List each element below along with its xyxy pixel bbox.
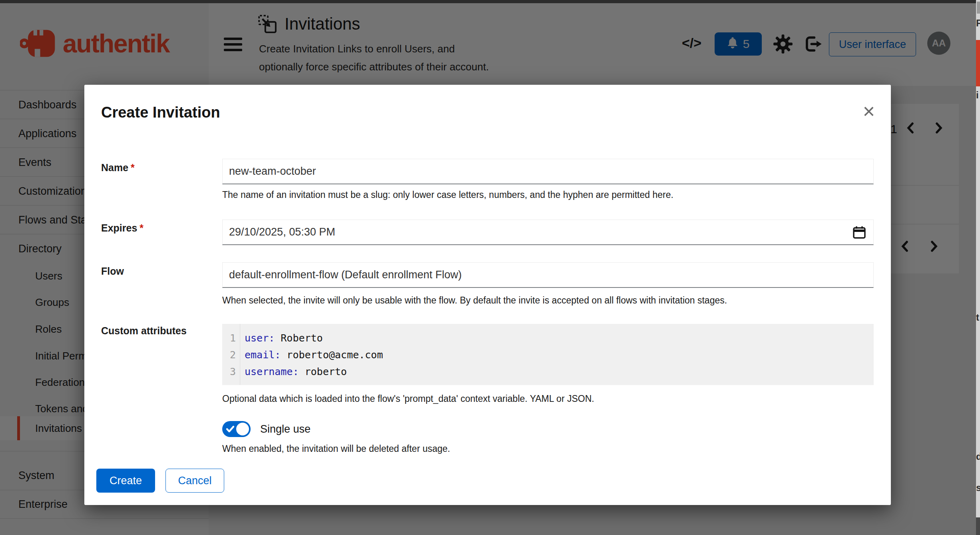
code-line: 1 user: Roberto	[222, 329, 874, 346]
create-button[interactable]: Create	[96, 469, 155, 493]
edge-dark-fragment	[976, 517, 980, 535]
required-asterisk: *	[139, 222, 143, 234]
name-helper-text: The name of an invitation must be a slug…	[222, 190, 673, 200]
cancel-button[interactable]: Cancel	[165, 469, 224, 493]
toggle-knob	[236, 423, 249, 435]
name-input[interactable]	[222, 159, 874, 184]
custom-attributes-code-editor[interactable]: 1 user: Roberto 2 email: roberto@acme.co…	[222, 324, 874, 385]
check-icon	[226, 425, 234, 434]
single-use-label: Single use	[260, 423, 311, 435]
flow-helper-text: When selected, the invite will only be u…	[222, 295, 727, 306]
page-right-edge-strip: F i t d s	[976, 0, 980, 535]
edge-fragment	[977, 2, 980, 14]
expires-label: Expires*	[101, 222, 143, 234]
edge-red-fragment	[976, 40, 980, 86]
custom-attributes-label: Custom attributes	[101, 325, 187, 337]
single-use-helper-text: When enabled, the invitation will be del…	[222, 443, 450, 454]
custom-attributes-helper-text: Optional data which is loaded into the f…	[222, 393, 594, 404]
flow-label: Flow	[101, 266, 124, 277]
create-invitation-modal: Create Invitation × Name* The name of an…	[84, 85, 891, 505]
name-label: Name*	[101, 162, 135, 174]
expires-input[interactable]	[222, 220, 874, 245]
close-icon[interactable]: ×	[863, 101, 875, 122]
app-window: authentik Dashboards Applications Events…	[0, 0, 980, 535]
required-asterisk: *	[131, 162, 135, 173]
flow-select-input[interactable]	[222, 262, 874, 288]
code-line: 3 username: roberto	[222, 363, 874, 380]
code-line: 2 email: roberto@acme.com	[222, 346, 874, 363]
single-use-toggle[interactable]	[222, 421, 251, 437]
modal-title: Create Invitation	[101, 104, 220, 121]
